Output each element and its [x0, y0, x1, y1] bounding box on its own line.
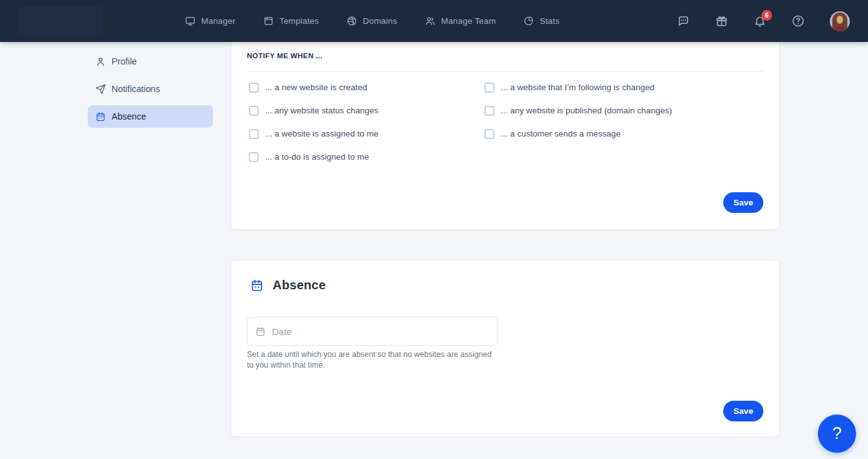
checkbox-followed-website-changed[interactable] [484, 83, 494, 93]
notifications-card: NOTIFY ME WHEN ... ... a new website is … [231, 25, 780, 230]
team-icon [425, 16, 436, 26]
checkbox-label: ... a to-do is assigned to me [265, 152, 369, 162]
absence-save-button[interactable]: Save [723, 401, 763, 421]
chat-icon [677, 14, 690, 28]
date-helper-text: Set a date until which you are absent so… [247, 349, 499, 370]
checkbox-row: ... a website is assigned to me [249, 122, 379, 145]
window-icon [263, 16, 274, 26]
monitor-icon [185, 16, 196, 26]
checkbox-row: ... a customer sends a message [484, 122, 672, 145]
nav-item-label: Manage Team [441, 16, 496, 26]
sidebar-item-absence[interactable]: Absence [88, 105, 213, 128]
checkbox-website-assigned-to-me[interactable] [249, 129, 259, 139]
help-button[interactable] [792, 14, 805, 28]
nav-item-label: Domains [363, 16, 397, 26]
checkbox-label: ... any website is published (domain cha… [501, 106, 672, 115]
gift-icon [715, 14, 728, 28]
checkbox-row: ... a to-do is assigned to me [249, 145, 379, 168]
gift-button[interactable] [715, 14, 728, 28]
checkbox-row: ... any website is published (domain cha… [484, 99, 672, 122]
navbar-actions: 6 [677, 0, 850, 42]
divider [247, 71, 765, 72]
date-input[interactable] [272, 326, 489, 337]
checkbox-row: ... a website that I’m following is chan… [484, 76, 672, 99]
checkbox-todo-assigned-to-me[interactable] [249, 152, 259, 162]
checkbox-new-website-created[interactable] [249, 83, 259, 93]
chat-button[interactable] [677, 14, 690, 28]
checkbox-label: ... a website that I’m following is chan… [501, 83, 654, 92]
nav-item-label: Stats [540, 16, 560, 26]
calendar-icon [255, 326, 266, 337]
nav-item-manage-team[interactable]: Manage Team [425, 16, 496, 26]
calendar-icon [95, 111, 106, 122]
help-fab-button[interactable]: ? [818, 415, 856, 453]
nav-item-manager[interactable]: Manager [185, 16, 236, 26]
nav-item-label: Manager [201, 16, 236, 26]
help-circle-icon [792, 14, 805, 28]
checkbox-label: ... a website is assigned to me [265, 129, 379, 138]
user-icon [95, 56, 106, 67]
calendar-icon [250, 279, 264, 292]
app-root: Manager Templates Domains Manage Team [0, 0, 868, 459]
notify-save-button[interactable]: Save [723, 192, 763, 213]
pie-chart-icon [523, 16, 534, 26]
checkbox-website-published[interactable] [484, 106, 494, 116]
checkbox-website-status-changes[interactable] [249, 106, 259, 116]
sidebar-item-notifications[interactable]: Notifications [88, 78, 213, 100]
notification-badge: 6 [761, 10, 772, 21]
nav-item-templates[interactable]: Templates [263, 16, 319, 26]
checkbox-label: ... a new website is created [265, 83, 367, 92]
checkbox-column-left: ... a new website is created ... any web… [249, 76, 379, 168]
avatar-face [837, 16, 843, 24]
checkbox-row: ... any website status changes [249, 99, 379, 122]
sidebar-item-label: Notifications [112, 84, 160, 94]
notifications-button[interactable]: 6 [753, 14, 766, 28]
checkbox-label: ... a customer sends a message [501, 129, 620, 138]
checkbox-customer-sends-message[interactable] [484, 129, 494, 139]
absence-card-header: Absence [250, 278, 326, 292]
globe-icon [347, 16, 357, 26]
nav-item-stats[interactable]: Stats [523, 16, 560, 26]
app-logo[interactable] [19, 6, 103, 35]
absence-card: Absence Set a date until which you are a… [231, 260, 780, 437]
nav-item-label: Templates [280, 16, 319, 26]
nav-item-domains[interactable]: Domains [347, 16, 397, 26]
date-field[interactable] [247, 317, 498, 346]
main-nav: Manager Templates Domains Manage Team [185, 0, 560, 42]
sidebar-item-label: Absence [112, 111, 146, 121]
checkbox-column-right: ... a website that I’m following is chan… [484, 76, 672, 145]
sidebar-item-label: Profile [112, 56, 137, 66]
notify-card-title: NOTIFY ME WHEN ... [247, 52, 323, 59]
checkbox-row: ... a new website is created [249, 76, 379, 99]
checkbox-label: ... any website status changes [265, 106, 379, 115]
user-avatar[interactable] [830, 11, 850, 31]
absence-card-title: Absence [273, 278, 326, 292]
send-icon [95, 84, 106, 95]
top-navbar: Manager Templates Domains Manage Team [0, 0, 868, 42]
sidebar-item-profile[interactable]: Profile [88, 50, 213, 73]
